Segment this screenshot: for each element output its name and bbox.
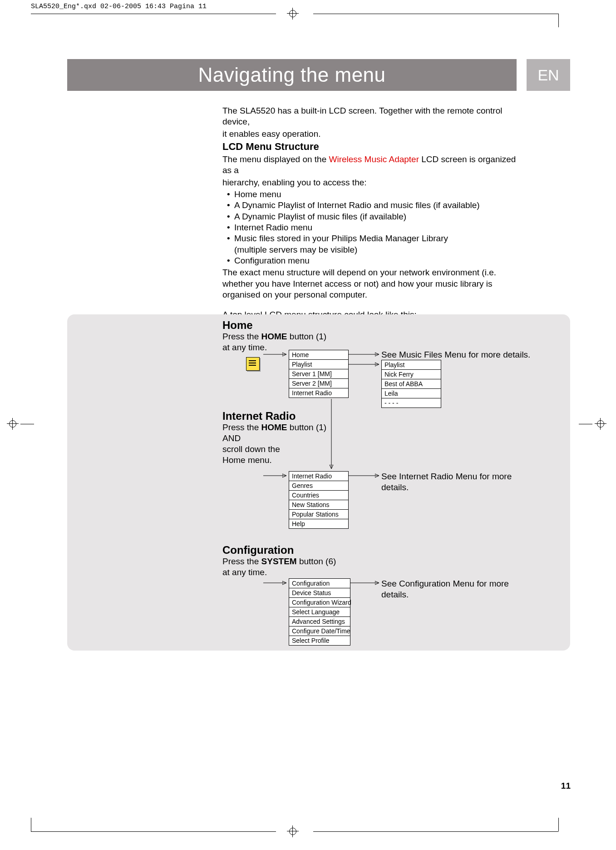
page-number: 11 (561, 781, 571, 791)
config-menu-box: Configuration Device Status Configuratio… (289, 578, 350, 646)
config-section: Configuration Press the SYSTEM button (6… (222, 544, 368, 578)
bullet-list: Home menu A Dynamic Playlist of Internet… (222, 189, 522, 266)
note-icon (246, 357, 260, 371)
page-title: Navigating the menu (198, 64, 385, 86)
config-ref-text: See Configuration Menu for moredetails. (381, 578, 509, 600)
home-ref-text: See Music Files Menu for more details. (381, 350, 530, 360)
home-menu-box: Home Playlist Server 1 [MM] Server 2 [MM… (289, 350, 349, 398)
page-title-bar: Navigating the menu (67, 59, 517, 91)
radio-section: Internet Radio Press the HOME button (1)… (222, 410, 359, 466)
print-header: SLA5520_Eng*.qxd 02-06-2005 16:43 Pagina… (31, 3, 207, 10)
language-badge: EN (527, 59, 570, 91)
lcd-structure-heading: LCD Menu Structure (222, 140, 522, 153)
radio-menu-box: Internet Radio Genres Countries New Stat… (289, 471, 349, 529)
playlist-menu-box: Playlist Nick Ferry Best of ABBA Leila -… (381, 360, 441, 408)
home-section: Home Press the HOME button (1) at any ti… (222, 319, 359, 353)
radio-ref-text: See Internet Radio Menu for moredetails. (381, 471, 512, 493)
body-text: The SLA5520 has a built-in LCD screen. T… (222, 105, 522, 321)
